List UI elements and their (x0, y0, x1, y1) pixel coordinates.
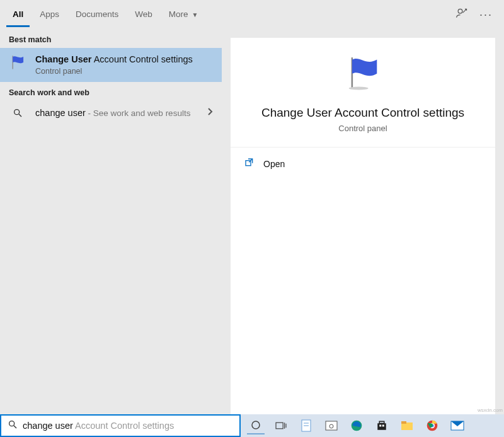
settings-window-icon[interactable] (323, 417, 340, 434)
open-icon (244, 158, 255, 170)
detail-pane: Change User Account Control settings Con… (231, 38, 495, 414)
edge-icon[interactable] (348, 417, 365, 434)
search-icon (9, 108, 26, 118)
web-query: change user (35, 108, 86, 118)
svg-point-0 (458, 9, 462, 13)
watermark: wsxdn.com (478, 407, 503, 413)
chrome-icon[interactable] (423, 417, 441, 434)
task-view-icon[interactable] (272, 417, 290, 434)
taskbar (241, 414, 504, 437)
svg-rect-10 (276, 422, 283, 429)
svg-rect-22 (382, 425, 384, 427)
detail-header: Change User Account Control settings Con… (231, 38, 495, 148)
detail-title: Change User Account Control settings (261, 106, 464, 120)
tab-more[interactable]: More ▼ (163, 2, 204, 27)
section-best-match: Best match (0, 29, 222, 48)
result-title-rest: Account Control settings (91, 54, 192, 64)
tab-more-label: More (169, 9, 188, 19)
result-web-search[interactable]: change user - See work and web results (0, 101, 222, 125)
svg-line-3 (19, 114, 21, 117)
detail-subtitle: Control panel (338, 124, 387, 133)
svg-point-9 (252, 421, 260, 429)
result-subtitle: Control panel (35, 67, 213, 76)
chevron-down-icon: ▼ (192, 11, 198, 18)
open-label: Open (263, 159, 285, 169)
cortana-icon[interactable] (247, 417, 265, 434)
tab-documents[interactable]: Documents (69, 2, 125, 27)
result-change-uac[interactable]: Change User Account Control settings Con… (0, 48, 222, 82)
more-options-icon[interactable]: ··· (479, 8, 493, 21)
results-pane: Best match Change User Account Control s… (0, 29, 222, 414)
flag-icon (9, 54, 26, 71)
svg-rect-16 (326, 421, 337, 430)
svg-point-7 (9, 421, 14, 426)
svg-rect-19 (377, 423, 386, 430)
svg-point-2 (14, 110, 20, 115)
section-search-web: Search work and web (0, 82, 222, 101)
content-area: Best match Change User Account Control s… (0, 29, 504, 414)
tab-apps[interactable]: Apps (33, 2, 66, 27)
detail-pane-wrap: Change User Account Control settings Con… (222, 29, 504, 414)
tab-web[interactable]: Web (129, 2, 159, 27)
search-popup: All Apps Documents Web More ▼ ··· Best m… (0, 0, 504, 414)
svg-rect-24 (401, 421, 406, 424)
notepad-icon[interactable] (297, 417, 315, 434)
explorer-icon[interactable] (398, 417, 416, 434)
open-action[interactable]: Open (231, 148, 495, 180)
web-suffix: - See work and web results (86, 108, 191, 118)
mail-icon[interactable] (449, 417, 466, 434)
result-title-bold: Change User (35, 54, 91, 64)
tab-all[interactable]: All (6, 2, 30, 27)
svg-point-5 (349, 86, 369, 90)
flag-icon (341, 54, 385, 95)
feedback-icon[interactable] (455, 7, 468, 22)
svg-line-8 (14, 426, 16, 428)
search-icon (8, 419, 18, 432)
result-text: Change User Account Control settings Con… (35, 54, 213, 76)
store-icon[interactable] (373, 417, 391, 434)
search-input[interactable] (23, 421, 233, 431)
chevron-right-icon (207, 107, 213, 119)
svg-rect-20 (379, 421, 384, 423)
search-bar[interactable]: change user Account Control settings (0, 414, 241, 437)
tab-strip: All Apps Documents Web More ▼ ··· (0, 0, 504, 29)
svg-rect-21 (379, 425, 381, 427)
